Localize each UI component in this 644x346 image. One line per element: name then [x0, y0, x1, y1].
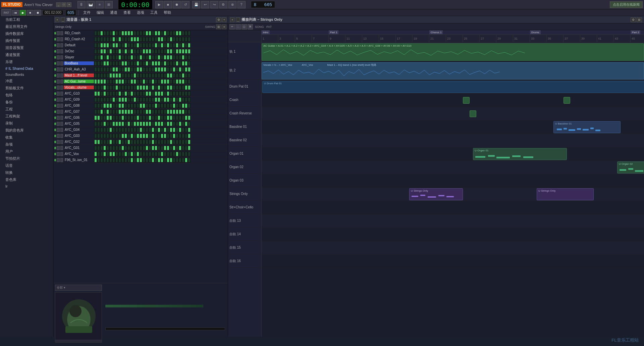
sidebar-item-envelope[interactable]: 包络: [0, 92, 53, 99]
step-btn-15-26[interactable]: [173, 121, 175, 126]
step-btn-10-3[interactable]: [103, 91, 106, 96]
step-btn-1-22[interactable]: [161, 37, 163, 42]
channel-active-dot-13[interactable]: [54, 110, 56, 113]
step-btn-12-9[interactable]: [121, 103, 124, 108]
stop-btn2[interactable]: ■: [27, 10, 34, 16]
step-btn-14-1[interactable]: [97, 115, 100, 120]
step-btn-16-9[interactable]: [121, 128, 124, 132]
step-btn-18-28[interactable]: [179, 140, 181, 144]
step-btn-9-31[interactable]: [188, 85, 191, 90]
step-btn-0-3[interactable]: [103, 31, 106, 36]
channel-active-dot-17[interactable]: [54, 135, 56, 137]
step-btn-7-30[interactable]: [185, 73, 187, 78]
track-lane-organ3[interactable]: U Organ 03: [262, 174, 644, 188]
step-btn-13-7[interactable]: [115, 109, 118, 114]
step-btn-3-24[interactable]: [167, 49, 169, 54]
step-btn-21-21[interactable]: [158, 158, 160, 162]
step-btn-19-10[interactable]: [124, 146, 127, 150]
step-btn-4-19[interactable]: [152, 55, 154, 60]
step-btn-6-18[interactable]: [149, 67, 151, 72]
step-btn-7-29[interactable]: [182, 73, 184, 78]
step-btn-20-4[interactable]: [106, 152, 109, 156]
step-btn-11-23[interactable]: [164, 97, 166, 102]
step-btn-9-6[interactable]: [112, 85, 115, 90]
step-btn-14-16[interactable]: [143, 115, 145, 120]
step-btn-9-18[interactable]: [149, 85, 151, 90]
channel-mute-btn-18[interactable]: [57, 140, 59, 144]
step-btn-6-31[interactable]: [188, 67, 191, 72]
step-btn-8-1[interactable]: [97, 79, 100, 84]
step-btn-1-8[interactable]: [118, 37, 121, 42]
pattern-icon[interactable]: ⊞: [105, 1, 113, 8]
step-btn-12-22[interactable]: [161, 103, 163, 108]
step-btn-18-2[interactable]: [100, 140, 103, 144]
playlist-close-btn[interactable]: ×: [230, 17, 234, 22]
step-btn-0-22[interactable]: [161, 31, 163, 36]
step-btn-8-10[interactable]: [124, 79, 127, 84]
step-btn-10-22[interactable]: [161, 91, 163, 96]
step-btn-15-15[interactable]: [140, 121, 142, 126]
step-btn-18-12[interactable]: [130, 140, 133, 144]
step-btn-9-8[interactable]: [118, 85, 121, 90]
step-btn-7-13[interactable]: [133, 73, 136, 78]
step-btn-3-4[interactable]: [106, 49, 109, 54]
step-btn-6-6[interactable]: [112, 67, 115, 72]
playlist-settings-btn[interactable]: ⚙: [631, 17, 636, 22]
step-btn-14-29[interactable]: [182, 115, 184, 120]
step-btn-5-20[interactable]: [155, 61, 157, 66]
step-btn-14-18[interactable]: [149, 115, 151, 120]
erase-tool-btn[interactable]: ◫: [241, 24, 247, 30]
step-btn-2-24[interactable]: [167, 43, 169, 48]
channel-solo-btn-8[interactable]: [60, 80, 63, 84]
step-btn-1-1[interactable]: [97, 37, 100, 42]
step-btn-0-15[interactable]: [140, 31, 142, 36]
step-btn-4-12[interactable]: [130, 55, 133, 60]
step-btn-16-19[interactable]: [152, 128, 154, 132]
step-btn-0-20[interactable]: [155, 31, 157, 36]
step-btn-18-9[interactable]: [121, 140, 124, 144]
step-btn-17-9[interactable]: [121, 134, 124, 138]
step-btn-19-19[interactable]: [152, 146, 154, 150]
step-btn-4-6[interactable]: [112, 55, 115, 60]
step-btn-16-28[interactable]: [179, 128, 181, 132]
step-btn-5-19[interactable]: [152, 61, 154, 66]
step-btn-8-13[interactable]: [133, 79, 136, 84]
online-news-btn[interactable]: 点击启用在线新闻: [610, 1, 643, 8]
step-btn-10-16[interactable]: [143, 91, 145, 96]
channel-mute-btn-5[interactable]: [57, 61, 59, 65]
step-btn-0-31[interactable]: [188, 31, 191, 36]
step-btn-19-25[interactable]: [170, 146, 172, 150]
step-btn-17-25[interactable]: [170, 134, 172, 138]
play-btn[interactable]: ▶: [155, 1, 163, 8]
step-btn-18-22[interactable]: [161, 140, 163, 144]
step-btn-11-24[interactable]: [167, 97, 169, 102]
step-btn-15-9[interactable]: [121, 121, 124, 126]
step-btn-10-1[interactable]: [97, 91, 100, 96]
step-btn-0-9[interactable]: [121, 31, 124, 36]
step-btn-11-18[interactable]: [149, 97, 151, 102]
step-btn-6-0[interactable]: [94, 67, 97, 72]
save-icon[interactable]: 💾: [192, 1, 200, 8]
track-lane-bass2[interactable]: U Bassline 02 U Bassline 02: [262, 134, 644, 147]
step-btn-15-11[interactable]: [127, 121, 130, 126]
prev-btn[interactable]: ⏮: [12, 10, 19, 16]
step-btn-13-29[interactable]: [182, 109, 184, 114]
step-btn-1-24[interactable]: [167, 37, 169, 42]
channel-active-dot-10[interactable]: [54, 92, 56, 95]
step-btn-19-26[interactable]: [173, 146, 175, 150]
step-btn-8-19[interactable]: [152, 79, 154, 84]
sidebar-item-soundfonts[interactable]: Soundfonts: [0, 71, 53, 78]
step-btn-6-11[interactable]: [127, 67, 130, 72]
step-btn-4-23[interactable]: [164, 55, 166, 60]
step-btn-12-27[interactable]: [176, 103, 178, 108]
step-btn-5-2[interactable]: [100, 61, 103, 66]
step-btn-7-26[interactable]: [173, 73, 175, 78]
step-btn-4-26[interactable]: [173, 55, 175, 60]
channel-row-0[interactable]: RD_Crash: [54, 30, 228, 36]
step-btn-9-26[interactable]: [173, 85, 175, 90]
channel-row-8[interactable]: AC Gui...lume: [54, 79, 228, 85]
step-btn-4-16[interactable]: [143, 55, 145, 60]
rack-add-btn[interactable]: +: [222, 17, 226, 22]
step-btn-14-6[interactable]: [112, 115, 115, 120]
step-btn-5-5[interactable]: [109, 61, 112, 66]
